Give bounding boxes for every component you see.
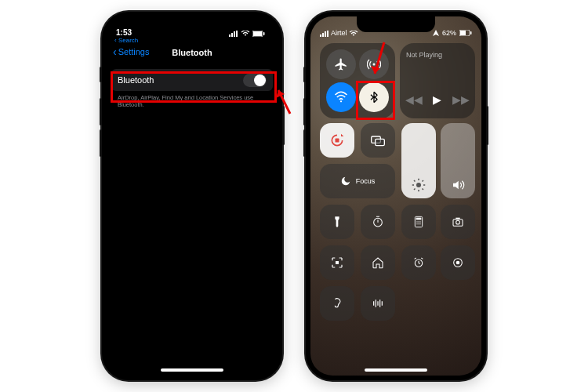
svg-rect-2 xyxy=(234,31,235,37)
home-icon xyxy=(372,256,384,269)
battery-icon xyxy=(252,31,265,37)
svg-point-37 xyxy=(418,221,419,222)
svg-rect-0 xyxy=(229,34,230,37)
svg-rect-10 xyxy=(325,31,326,37)
record-icon xyxy=(452,256,464,269)
screen-record-button[interactable] xyxy=(441,245,475,280)
svg-rect-21 xyxy=(376,139,385,145)
svg-point-41 xyxy=(419,223,420,224)
volume-slider[interactable] xyxy=(441,123,475,198)
svg-line-48 xyxy=(419,263,420,264)
hearing-button[interactable] xyxy=(320,286,354,321)
forward-icon[interactable]: ▶▶ xyxy=(452,93,470,106)
calculator-icon xyxy=(412,216,425,228)
page-title: Bluetooth xyxy=(107,48,278,57)
svg-point-36 xyxy=(416,221,417,222)
haptics-button[interactable] xyxy=(361,286,395,321)
airplane-icon xyxy=(334,57,348,71)
svg-line-30 xyxy=(423,180,424,182)
status-time: 1:53 xyxy=(116,28,132,37)
timer-button[interactable] xyxy=(361,205,395,239)
screen-mirror-button[interactable] xyxy=(361,123,395,158)
brightness-slider[interactable] xyxy=(401,123,436,198)
alarm-icon xyxy=(412,256,425,269)
gps-icon xyxy=(433,30,439,36)
focus-label: Focus xyxy=(356,177,376,185)
svg-point-52 xyxy=(456,261,460,265)
svg-point-16 xyxy=(373,64,376,66)
svg-point-22 xyxy=(416,183,421,187)
antenna-icon xyxy=(367,57,381,71)
svg-point-40 xyxy=(418,223,419,224)
ear-icon xyxy=(331,297,343,310)
svg-rect-3 xyxy=(236,31,238,37)
screen-mirror-icon xyxy=(370,132,386,148)
phone-control-center: Airtel 62% Not xyxy=(306,12,486,380)
flashlight-button[interactable] xyxy=(320,205,354,239)
speaker-icon xyxy=(451,178,465,192)
home-indicator[interactable] xyxy=(161,368,223,372)
svg-rect-18 xyxy=(336,139,339,143)
svg-rect-8 xyxy=(320,34,321,37)
svg-line-27 xyxy=(414,180,416,182)
svg-rect-5 xyxy=(253,31,262,36)
wifi-icon xyxy=(334,90,348,104)
svg-line-28 xyxy=(423,189,424,191)
camera-icon xyxy=(452,216,464,228)
svg-line-49 xyxy=(415,258,416,259)
wifi-button[interactable] xyxy=(326,82,356,112)
svg-rect-44 xyxy=(456,218,459,220)
annotation-box-bluetooth-row xyxy=(111,71,277,103)
focus-button[interactable]: Focus xyxy=(320,164,395,198)
svg-rect-35 xyxy=(416,218,422,220)
back-to-search[interactable]: ‹ Search xyxy=(107,37,278,44)
svg-point-43 xyxy=(456,220,460,224)
svg-marker-19 xyxy=(341,134,343,136)
svg-point-17 xyxy=(340,100,342,102)
battery-icon xyxy=(459,30,472,36)
home-button[interactable] xyxy=(361,245,395,280)
wifi-icon xyxy=(241,31,250,37)
svg-rect-14 xyxy=(460,31,466,35)
now-playing-label: Not Playing xyxy=(406,51,442,59)
cellular-data-button[interactable] xyxy=(359,49,389,79)
svg-point-31 xyxy=(374,218,383,227)
svg-rect-15 xyxy=(470,31,472,34)
svg-marker-12 xyxy=(433,30,439,36)
rewind-icon[interactable]: ◀◀ xyxy=(405,93,423,106)
svg-rect-1 xyxy=(231,33,233,37)
moon-icon xyxy=(340,176,351,187)
alarm-button[interactable] xyxy=(401,245,436,280)
rotation-lock-button[interactable] xyxy=(320,123,354,158)
signal-icon xyxy=(320,31,329,37)
signal-icon xyxy=(229,31,238,37)
svg-point-38 xyxy=(419,221,420,222)
wifi-icon xyxy=(349,31,358,37)
svg-rect-45 xyxy=(336,261,339,264)
phone-settings: 1:53 ‹ Search ‹ Settings Bluetooth Bluet… xyxy=(102,12,282,380)
timer-icon xyxy=(372,216,384,228)
annotation-box-bluetooth-button xyxy=(356,81,395,120)
svg-rect-9 xyxy=(322,33,324,37)
qr-scan-icon xyxy=(331,256,343,269)
qr-scan-button[interactable] xyxy=(320,245,354,280)
flashlight-icon xyxy=(331,216,343,228)
rotation-lock-icon xyxy=(329,132,345,148)
svg-point-39 xyxy=(416,223,417,224)
status-carrier: Airtel xyxy=(320,29,358,37)
now-playing-tile[interactable]: Not Playing ◀◀ ▶ ▶▶ xyxy=(400,43,475,118)
svg-line-29 xyxy=(414,189,416,191)
play-icon[interactable]: ▶ xyxy=(433,93,441,106)
haptics-icon xyxy=(372,297,384,310)
status-battery: 62% xyxy=(433,29,472,37)
calculator-button[interactable] xyxy=(401,205,436,239)
status-indicators xyxy=(229,31,265,37)
sun-icon xyxy=(412,178,426,192)
svg-line-50 xyxy=(421,258,423,259)
svg-rect-6 xyxy=(263,32,265,35)
home-indicator[interactable] xyxy=(365,368,427,372)
airplane-mode-button[interactable] xyxy=(326,49,356,79)
svg-rect-11 xyxy=(327,31,328,37)
camera-button[interactable] xyxy=(441,205,475,239)
